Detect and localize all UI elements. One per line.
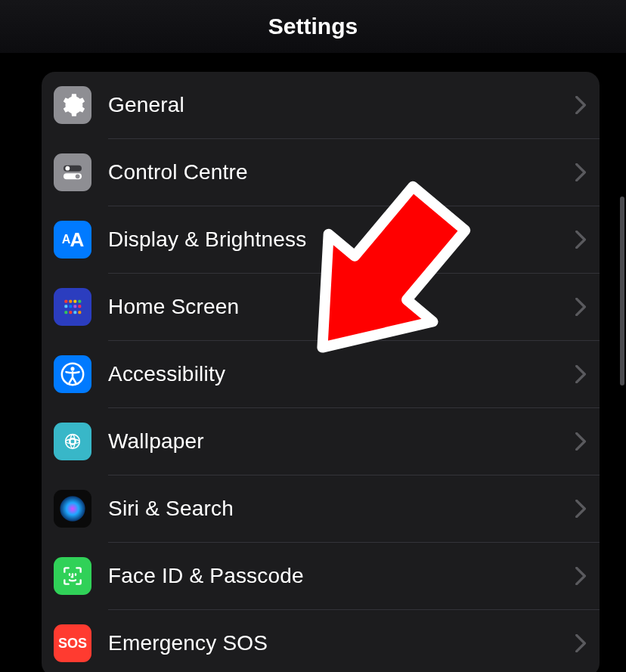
svg-rect-8: [64, 305, 67, 308]
row-label: General: [108, 93, 184, 117]
svg-rect-6: [73, 300, 76, 303]
chevron-right-icon: [575, 96, 586, 114]
svg-rect-15: [78, 311, 81, 314]
svg-point-17: [70, 367, 74, 370]
svg-rect-12: [64, 311, 67, 314]
settings-content: General Control Centre AA Display & Brig…: [0, 53, 626, 672]
svg-rect-4: [64, 300, 67, 303]
text-size-icon: AA: [54, 221, 91, 259]
row-label: Emergency SOS: [108, 631, 268, 655]
accessibility-icon: [54, 355, 91, 393]
siri-icon: [54, 490, 91, 528]
chevron-right-icon: [575, 365, 586, 383]
row-accessibility[interactable]: Accessibility: [42, 341, 600, 407]
toggles-icon: [54, 153, 91, 191]
chevron-right-icon: [575, 567, 586, 585]
gear-icon: [54, 86, 91, 124]
row-wallpaper[interactable]: Wallpaper: [42, 408, 600, 475]
row-label: Siri & Search: [108, 497, 234, 521]
row-control-centre[interactable]: Control Centre: [42, 139, 600, 206]
row-emergency-sos[interactable]: SOS Emergency SOS: [42, 610, 600, 672]
row-siri-search[interactable]: Siri & Search: [42, 475, 600, 542]
chevron-right-icon: [575, 432, 586, 451]
row-general[interactable]: General: [42, 72, 600, 138]
chevron-right-icon: [575, 163, 586, 181]
scroll-indicator: [620, 197, 624, 386]
face-id-icon: [54, 557, 91, 595]
row-label: Wallpaper: [108, 429, 204, 454]
row-label: Display & Brightness: [108, 228, 306, 252]
svg-rect-9: [69, 305, 72, 308]
row-label: Home Screen: [108, 295, 239, 319]
svg-rect-7: [78, 300, 81, 303]
row-label: Face ID & Passcode: [108, 564, 304, 588]
svg-rect-10: [73, 305, 76, 308]
page-title: Settings: [268, 14, 358, 39]
svg-rect-5: [69, 300, 72, 303]
svg-rect-13: [69, 311, 72, 314]
header: Settings: [0, 0, 626, 53]
row-label: Control Centre: [108, 160, 248, 184]
settings-group: General Control Centre AA Display & Brig…: [42, 72, 600, 672]
svg-point-19: [66, 435, 80, 449]
svg-point-1: [65, 166, 70, 171]
wallpaper-icon: [54, 423, 91, 460]
app-grid-icon: [54, 288, 91, 326]
chevron-right-icon: [575, 634, 586, 652]
svg-point-20: [60, 496, 85, 521]
chevron-right-icon: [575, 298, 586, 316]
sos-icon: SOS: [54, 624, 91, 662]
row-label: Accessibility: [108, 362, 225, 386]
row-home-screen[interactable]: Home Screen: [42, 274, 600, 340]
row-display-brightness[interactable]: AA Display & Brightness: [42, 206, 600, 273]
row-faceid-passcode[interactable]: Face ID & Passcode: [42, 543, 600, 609]
svg-rect-11: [78, 305, 81, 308]
svg-rect-14: [73, 311, 76, 314]
chevron-right-icon: [575, 500, 586, 518]
chevron-right-icon: [575, 231, 586, 249]
svg-point-3: [76, 174, 80, 178]
